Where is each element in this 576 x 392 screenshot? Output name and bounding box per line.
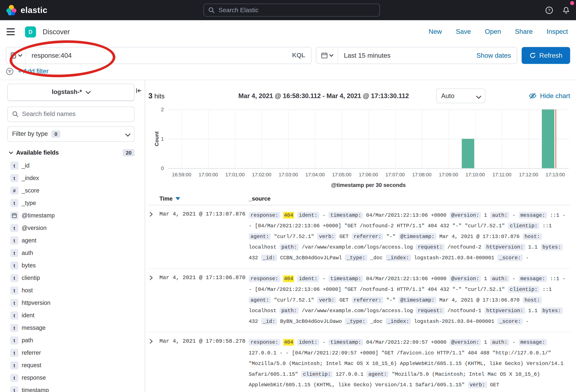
field-pill: ident: <box>297 276 319 282</box>
field-name: _index <box>22 175 39 181</box>
field-pill: bytes: <box>541 244 563 251</box>
menu-icon[interactable] <box>6 27 15 37</box>
field-item[interactable]: tauth <box>7 247 134 259</box>
svg-text:?: ? <box>548 8 550 12</box>
field-pill: _type: <box>345 318 367 325</box>
field-item[interactable]: tident <box>7 309 134 322</box>
field-name: request <box>22 362 41 369</box>
expand-row-button[interactable] <box>148 212 154 218</box>
field-item[interactable]: tresponse <box>7 372 134 384</box>
show-dates-link[interactable]: Show dates <box>476 52 511 59</box>
calendar-icon <box>321 52 328 59</box>
field-value: - <box>526 318 529 324</box>
query-input[interactable]: response:404 KQL <box>6 47 312 64</box>
field-value: "-" <box>386 234 396 239</box>
open-button[interactable]: Open <box>485 28 501 36</box>
new-button[interactable]: New <box>429 28 442 36</box>
field-value: GET <box>339 297 349 303</box>
field-item[interactable]: trequest <box>7 359 134 372</box>
save-button[interactable]: Save <box>456 28 471 36</box>
field-pill: path: <box>280 244 299 251</box>
field-name: @timestamp <box>22 212 55 219</box>
field-item[interactable]: thttpversion <box>7 297 134 309</box>
histogram-bar[interactable] <box>462 139 474 168</box>
index-pattern-select[interactable]: logstash-* <box>7 84 134 101</box>
global-search-input[interactable]: Search Elastic <box>203 4 380 17</box>
field-value: 04/Mar/2021:22:09:57 +0000 <box>366 339 446 345</box>
time-column-header[interactable]: Time <box>160 196 249 202</box>
field-item[interactable]: thost <box>7 284 134 297</box>
field-value: Mar 4, 2021 @ 17:13:06.870 <box>439 297 519 303</box>
field-item[interactable]: treferrer <box>7 347 134 359</box>
inspect-button[interactable]: Inspect <box>547 28 568 36</box>
filter-by-type-select[interactable]: Filter by type 0 <box>7 126 134 142</box>
expand-row-button[interactable] <box>148 275 154 281</box>
field-pill: _index: <box>386 254 411 261</box>
field-pill: agent: <box>367 371 389 377</box>
time-range-value[interactable]: Last 15 minutes <box>344 52 391 59</box>
field-pill: request: <box>416 244 444 251</box>
available-fields-header[interactable]: Available fields 20 <box>7 149 134 157</box>
field-item[interactable]: tbytes <box>7 259 134 272</box>
saved-query-menu-button[interactable] <box>6 47 26 64</box>
date-quick-select-button[interactable] <box>316 47 338 64</box>
help-icon[interactable]: ? <box>545 6 553 14</box>
field-pill: @timestamp: <box>399 297 436 303</box>
refresh-icon <box>529 52 536 59</box>
doc-table-header: Time _source <box>148 196 570 205</box>
interval-select[interactable]: Auto <box>436 88 485 103</box>
highlighted-value: 404 <box>283 339 294 346</box>
x-axis-label: 17:06:00 <box>359 172 378 177</box>
add-filter-link[interactable]: + Add filter <box>18 68 49 75</box>
histogram-bar[interactable] <box>542 109 554 168</box>
chart-gridline <box>235 109 235 168</box>
field-name: timestamp <box>22 387 49 392</box>
expand-row-button[interactable] <box>148 338 154 345</box>
field-pill: clientip: <box>508 223 539 229</box>
x-axis-label: 17:03:00 <box>279 172 298 177</box>
field-item[interactable]: tclientip <box>7 272 134 284</box>
field-item[interactable]: tpath <box>7 334 134 347</box>
field-item[interactable]: t_type <box>7 197 134 209</box>
elastic-brand[interactable]: elastic <box>6 4 47 16</box>
field-item[interactable]: #_score <box>7 184 134 197</box>
field-name: host <box>22 287 33 294</box>
app-badge[interactable]: D <box>25 26 36 37</box>
text-field-icon: t <box>10 162 18 170</box>
share-button[interactable]: Share <box>515 28 533 36</box>
chevron-down-icon <box>86 89 91 94</box>
field-value: GET <box>339 234 349 239</box>
field-pill: verb: <box>468 382 487 388</box>
field-value: localhost <box>249 308 276 314</box>
chevron-down-icon <box>329 53 333 56</box>
chart-gridline <box>395 109 396 168</box>
query-text[interactable]: response:404 <box>31 52 72 59</box>
field-value: localhost <box>249 244 276 250</box>
field-name: _id <box>22 162 29 169</box>
field-search-input[interactable]: Search field names <box>7 107 134 122</box>
fields-sidebar: logstash-* Search field names Filter by … <box>0 80 145 392</box>
field-item[interactable]: t_id <box>7 159 134 172</box>
field-item[interactable]: tmessage <box>7 322 134 334</box>
sort-desc-icon[interactable] <box>175 197 180 200</box>
hide-chart-link[interactable]: Hide chart <box>529 92 570 100</box>
collapse-sidebar-button[interactable] <box>135 87 142 95</box>
field-pill: _index: <box>386 318 411 325</box>
field-value: 1 <box>484 339 487 345</box>
field-item[interactable]: ttimestamp <box>7 384 134 392</box>
alerts-bell-icon[interactable] <box>562 6 570 14</box>
refresh-button[interactable]: Refresh <box>522 47 570 64</box>
field-pill: timestamp: <box>329 212 363 219</box>
field-item[interactable]: t@version <box>7 222 134 234</box>
field-item[interactable]: @timestamp <box>7 209 134 222</box>
query-language-button[interactable]: KQL <box>292 52 305 59</box>
text-field-icon: t <box>10 237 18 245</box>
field-item[interactable]: tagent <box>7 234 134 247</box>
time-range-display: Mar 4, 2021 @ 16:58:30.112 - Mar 4, 2021… <box>211 92 436 100</box>
field-item[interactable]: t_index <box>7 172 134 184</box>
field-value: logstash-2021.03.04-000001 <box>414 255 494 261</box>
field-pill: httpversion: <box>485 308 525 314</box>
filter-icon[interactable] <box>6 68 14 75</box>
chart-plot: Count 012 <box>168 109 569 168</box>
x-axis-label: 17:10:00 <box>465 172 485 177</box>
